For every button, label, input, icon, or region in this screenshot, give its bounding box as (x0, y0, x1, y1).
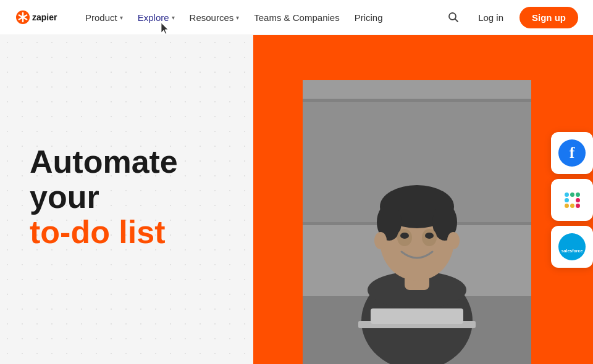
slack-icon-card (551, 179, 593, 221)
navbar: zapier Product ▾ Explore ▾ Resources ▾ T… (0, 0, 593, 35)
hero-headline-line1: Automate your (30, 144, 178, 215)
search-button[interactable] (445, 9, 462, 26)
hero-section: Automate your to-do list (0, 35, 593, 364)
svg-rect-30 (570, 192, 574, 197)
nav-item-product[interactable]: Product ▾ (79, 9, 129, 27)
svg-rect-29 (565, 198, 569, 202)
svg-rect-28 (565, 192, 569, 197)
login-button[interactable]: Log in (472, 9, 510, 27)
hero-headline: Automate your to-do list (30, 144, 229, 250)
svg-text:zapier: zapier (32, 12, 57, 22)
hero-left: Automate your to-do list (0, 35, 253, 364)
nav-item-teams[interactable]: Teams & Companies (248, 9, 345, 27)
product-chevron-icon: ▾ (120, 14, 123, 21)
hero-image (303, 80, 531, 364)
slack-icon (558, 186, 586, 213)
person-photo-svg (303, 80, 531, 364)
resources-chevron-icon: ▾ (236, 14, 239, 21)
search-icon (447, 11, 460, 23)
app-icon-cards: f (551, 132, 593, 268)
svg-rect-27 (303, 80, 531, 364)
facebook-icon: f (558, 139, 586, 167)
salesforce-icon-card: salesforce (551, 226, 593, 268)
svg-rect-33 (570, 204, 574, 208)
hero-headline-line2: to-do list (30, 214, 166, 250)
logo[interactable]: zapier (15, 9, 59, 26)
svg-line-6 (455, 19, 458, 22)
nav-item-explore[interactable]: Explore ▾ (132, 9, 181, 27)
svg-rect-32 (565, 204, 569, 208)
logo-svg: zapier (15, 9, 59, 26)
nav-right: Log in Sign up (445, 7, 578, 28)
salesforce-icon: salesforce (558, 233, 586, 260)
nav-item-resources[interactable]: Resources ▾ (183, 9, 246, 27)
svg-rect-35 (576, 204, 580, 208)
explore-chevron-icon: ▾ (172, 14, 175, 21)
svg-text:salesforce: salesforce (561, 249, 583, 253)
signup-button[interactable]: Sign up (519, 7, 578, 28)
svg-rect-31 (576, 192, 580, 197)
hero-right: f (253, 35, 593, 364)
nav-links: Product ▾ Explore ▾ Resources ▾ Teams & … (79, 9, 445, 27)
svg-rect-34 (576, 198, 580, 202)
cursor-icon (161, 22, 170, 36)
nav-item-pricing[interactable]: Pricing (348, 9, 389, 27)
facebook-icon-card: f (551, 132, 593, 174)
